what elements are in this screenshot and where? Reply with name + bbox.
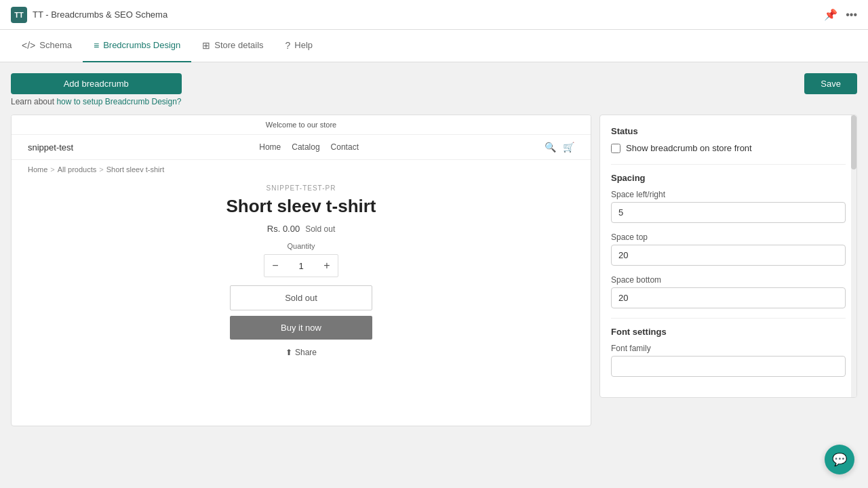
space-bottom-label: Space bottom <box>611 275 846 285</box>
quantity-label: Quantity <box>28 242 574 250</box>
menu-catalog[interactable]: Catalog <box>292 142 319 152</box>
space-left-right-field: Space left/right <box>611 190 846 223</box>
menu-home[interactable]: Home <box>259 142 281 152</box>
quantity-minus-button[interactable]: − <box>264 255 286 277</box>
sold-out-badge: Sold out <box>305 224 335 234</box>
breadcrumb-current: Short sleev t-shirt <box>106 165 165 174</box>
space-left-right-input[interactable] <box>611 202 846 223</box>
top-bar: TT TT - Breadcrumbs & SEO Schema 📌 ••• <box>0 0 868 30</box>
app-icon: TT <box>11 7 27 23</box>
tab-schema-label: Schema <box>39 40 72 50</box>
space-bottom-input[interactable] <box>611 287 846 308</box>
cart-icon[interactable]: 🛒 <box>563 142 574 152</box>
store-logo: snippet-test <box>28 142 73 152</box>
show-breadcrumb-label[interactable]: Show breadcrumb on store front <box>626 143 752 153</box>
schema-icon: </> <box>22 40 35 51</box>
right-panel: Status Show breadcrumb on store front Sp… <box>599 115 857 398</box>
tab-help-label: Help <box>294 40 313 50</box>
top-bar-right: 📌 ••• <box>824 8 857 21</box>
store-menu: Home Catalog Contact <box>259 142 359 152</box>
breadcrumb: Home > All products > Short sleev t-shir… <box>12 160 591 179</box>
breadcrumb-home[interactable]: Home <box>28 165 47 174</box>
breadcrumb-sep-2: > <box>99 165 103 174</box>
learn-about-text: Learn about how to setup Breadcrumb Desi… <box>11 97 182 106</box>
breadcrumb-all-products[interactable]: All products <box>58 165 96 174</box>
price-value: Rs. 0.00 <box>267 224 300 234</box>
main-content: Add breadcrumb Learn about how to setup … <box>0 62 868 437</box>
share-icon: ⬆ <box>285 348 292 357</box>
store-details-icon: ⊞ <box>202 40 210 51</box>
two-column-layout: Welcome to our store snippet-test Home C… <box>11 115 857 426</box>
font-family-field: Font family <box>611 344 846 377</box>
show-breadcrumb-checkbox[interactable] <box>611 144 620 153</box>
quantity-plus-button[interactable]: + <box>316 255 338 277</box>
store-product: SNIPPET-TEST-PR Short sleev t-shirt Rs. … <box>12 179 591 368</box>
spacing-section-title: Spacing <box>611 173 846 183</box>
tab-store-details-label: Store details <box>214 40 263 50</box>
product-price: Rs. 0.00 Sold out <box>28 224 574 234</box>
font-family-input[interactable] <box>611 356 846 377</box>
tab-breadcrumbs-design[interactable]: ≡ Bredcrumbs Design <box>83 30 191 62</box>
font-family-label: Font family <box>611 344 846 353</box>
product-vendor: SNIPPET-TEST-PR <box>28 184 574 192</box>
scrollbar-thumb[interactable] <box>851 115 856 169</box>
share-label: Share <box>295 348 317 357</box>
space-top-field: Space top <box>611 232 846 266</box>
status-section-title: Status <box>611 126 846 136</box>
show-breadcrumb-row: Show breadcrumb on store front <box>611 143 846 153</box>
product-title: Short sleev t-shirt <box>28 196 574 217</box>
tab-store-details[interactable]: ⊞ Store details <box>191 30 274 62</box>
font-settings-title: Font settings <box>611 327 846 337</box>
top-bar-title: TT - Breadcrumbs & SEO Schema <box>33 9 167 20</box>
divider-2 <box>611 318 846 319</box>
nav-tabs: </> Schema ≡ Bredcrumbs Design ⊞ Store d… <box>0 30 868 62</box>
save-button[interactable]: Save <box>804 73 857 94</box>
tab-breadcrumbs-label: Bredcrumbs Design <box>103 40 180 50</box>
store-preview: Welcome to our store snippet-test Home C… <box>11 115 591 426</box>
store-welcome-bar: Welcome to our store <box>12 115 591 135</box>
right-panel-inner: Status Show breadcrumb on store front Sp… <box>600 115 856 397</box>
breadcrumb-sep-1: > <box>50 165 54 174</box>
menu-contact[interactable]: Contact <box>331 142 359 152</box>
divider-1 <box>611 164 846 165</box>
pin-button[interactable]: 📌 <box>824 8 837 21</box>
quantity-control: − 1 + <box>264 254 338 277</box>
space-bottom-field: Space bottom <box>611 275 846 308</box>
search-icon[interactable]: 🔍 <box>545 142 556 152</box>
action-bar-left: Add breadcrumb Learn about how to setup … <box>11 73 182 106</box>
tab-schema[interactable]: </> Schema <box>11 30 83 62</box>
more-options-button[interactable]: ••• <box>846 8 857 21</box>
share-button[interactable]: ⬆ Share <box>285 348 317 357</box>
action-bar: Add breadcrumb Learn about how to setup … <box>11 73 857 106</box>
buy-it-now-button[interactable]: Buy it now <box>230 316 372 340</box>
top-bar-left: TT TT - Breadcrumbs & SEO Schema <box>11 7 167 23</box>
sold-out-button: Sold out <box>230 285 372 310</box>
breadcrumbs-icon: ≡ <box>94 40 99 51</box>
quantity-value: 1 <box>286 261 316 271</box>
space-top-input[interactable] <box>611 245 846 266</box>
scrollbar-track <box>851 115 856 397</box>
add-breadcrumb-button[interactable]: Add breadcrumb <box>11 73 182 94</box>
space-left-right-label: Space left/right <box>611 190 846 199</box>
space-top-label: Space top <box>611 232 846 242</box>
tab-help[interactable]: ? Help <box>275 30 324 62</box>
store-nav: snippet-test Home Catalog Contact 🔍 🛒 <box>12 135 591 160</box>
store-icons: 🔍 🛒 <box>545 142 574 152</box>
learn-link[interactable]: how to setup Breadcrumb Design? <box>56 97 181 106</box>
help-icon: ? <box>285 40 291 51</box>
